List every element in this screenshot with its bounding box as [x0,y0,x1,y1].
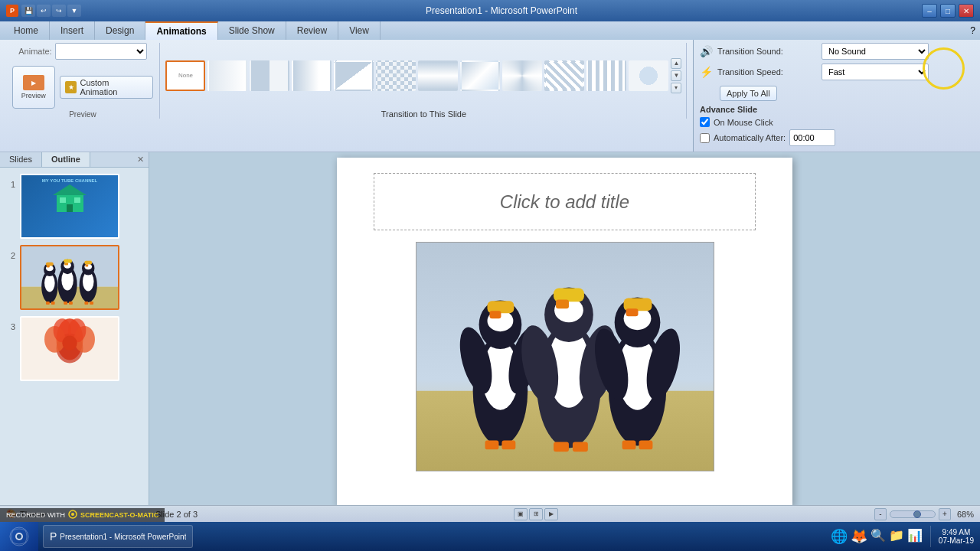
normal-view-icon[interactable]: ▣ [514,508,528,520]
sidebar-tabs: Slides Outline ✕ [0,152,149,168]
svg-rect-65 [622,440,635,449]
anim-wipe[interactable] [250,60,289,91]
tab-home[interactable]: Home [3,21,50,40]
minimize-btn[interactable]: – [922,4,937,18]
taskbar-apps: P Presentation1 - Microsoft PowerPoint [38,525,825,548]
slide2-bg [21,246,118,308]
slide-number-1: 1 [5,180,15,189]
save-btn[interactable]: 💾 [21,5,35,17]
close-btn[interactable]: ✕ [959,4,974,18]
anim-none[interactable]: None [165,60,205,91]
slide-item-3[interactable]: 3 [5,316,144,381]
firefox-icon[interactable]: 🦊 [851,528,867,545]
svg-rect-7 [47,266,50,268]
ribbon-groups: Animate: ▶ Preview [0,40,693,122]
folder-icon[interactable]: 📁 [889,528,904,545]
sound-label: Transition Sound: [717,47,817,56]
undo-btn[interactable]: ↩ [37,5,51,17]
ppt-taskbar-icon[interactable]: 📊 [907,528,923,545]
speed-select[interactable]: Fast [822,64,929,80]
screencast-brand [68,510,77,520]
animate-select[interactable] [55,43,147,60]
taskbar-ppt-icon: P [50,530,57,543]
animations-group: None [162,43,687,119]
slide-item-2[interactable]: 2 [5,245,144,310]
redo-btn[interactable]: ↪ [52,5,66,17]
ribbon: Home Insert Design Animations Slide Show… [0,21,980,152]
more-btn[interactable]: ▼ [67,5,81,17]
slide-thumbnail-2[interactable] [20,245,119,310]
slide-thumbnail-1[interactable]: MY YOU TUBE CHANNEL [20,174,119,239]
sidebar-tab-slides[interactable]: Slides [0,152,42,167]
anim-fade[interactable] [207,60,247,91]
anim-scroll-more[interactable]: ▾ [671,83,681,93]
preview-group: Animate: ▶ Preview [6,43,160,119]
anim-random[interactable] [460,60,500,91]
tab-insert[interactable]: Insert [50,21,95,40]
slides-list: 1 MY YOU TUBE CHANNEL [0,168,149,548]
slide1-house [51,185,89,212]
anim-checkerboard[interactable] [376,60,416,91]
window-title: Presentation1 - Microsoft PowerPoint [81,5,922,16]
anim-box[interactable] [629,60,668,91]
anim-scroll-up[interactable]: ▲ [671,58,681,69]
sidebar: Slides Outline ✕ 1 MY YOU TUBE CHANNEL [0,152,149,548]
apply-row: Apply To All [700,84,974,101]
slide-sorter-icon[interactable]: ⊞ [529,508,543,520]
zoom-slider[interactable] [890,510,936,518]
anim-scroll-down[interactable]: ▼ [671,70,681,81]
sound-select[interactable]: No Sound [822,43,929,60]
clock: 9:49 AM 07-Mar-19 [939,528,974,545]
custom-animation-btn[interactable]: ★ Custom Animation [60,76,153,99]
speed-label: Transition Speed: [717,67,817,77]
svg-rect-56 [572,442,587,452]
slide-canvas[interactable]: Click to add title [337,158,792,506]
zoom-out-btn[interactable]: - [874,508,887,520]
anim-split[interactable] [418,60,458,91]
anim-comb[interactable] [586,60,626,91]
search-icon[interactable]: 🔍 [871,528,886,545]
preview-button[interactable]: ▶ Preview [12,66,55,109]
mouse-click-row: On Mouse Click [700,117,974,127]
chrome-icon[interactable]: 🌐 [831,528,848,545]
preview-group-label: Preview [69,109,96,119]
apply-all-button[interactable]: Apply To All [720,86,777,101]
quick-access: 💾 ↩ ↪ ▼ [21,5,81,17]
tab-review[interactable]: Review [286,21,338,40]
slide-thumbnail-3[interactable] [20,316,119,381]
tab-animations[interactable]: Animations [145,21,217,40]
auto-after-checkbox[interactable] [700,133,710,143]
svg-rect-66 [639,440,652,449]
anim-strips[interactable] [544,60,584,91]
zoom-in-btn[interactable]: + [939,508,951,520]
screencast-bar: RECORDED WITH SCREENCAST-O-MATIC [0,508,165,522]
tab-view[interactable]: View [338,21,381,40]
slideshow-view-icon[interactable]: ▶ [544,508,558,520]
maximize-btn[interactable]: □ [940,4,956,18]
house-door [67,204,73,212]
anim-wheel[interactable] [502,60,542,91]
transition-label: Transition to This Slide [381,108,466,119]
tab-slideshow[interactable]: Slide Show [218,21,286,40]
svg-rect-13 [64,263,68,266]
svg-rect-45 [485,440,498,449]
sidebar-tab-outline[interactable]: Outline [42,152,90,167]
sidebar-close[interactable]: ✕ [132,152,149,167]
start-button[interactable] [0,522,38,551]
anim-push[interactable] [292,60,332,91]
svg-rect-46 [501,440,515,449]
slide-item-1[interactable]: 1 MY YOU TUBE CHANNEL [5,174,144,239]
recorded-label: RECORDED WITH [6,511,65,519]
anim-cover[interactable] [334,60,374,91]
ribbon-content: Animate: ▶ Preview [0,40,980,152]
auto-after-input[interactable]: 00:00 [789,129,835,146]
svg-point-69 [17,534,21,539]
tab-design[interactable]: Design [95,21,145,40]
slide-title-placeholder[interactable]: Click to add title [374,173,756,230]
custom-anim-icon: ★ [65,81,77,93]
mouse-click-checkbox[interactable] [700,117,710,127]
taskbar-powerpoint[interactable]: P Presentation1 - Microsoft PowerPoint [43,525,193,548]
help-icon[interactable]: ? [965,21,980,40]
slide-number-2: 2 [5,251,15,260]
speed-icon: ⚡ [700,66,713,78]
